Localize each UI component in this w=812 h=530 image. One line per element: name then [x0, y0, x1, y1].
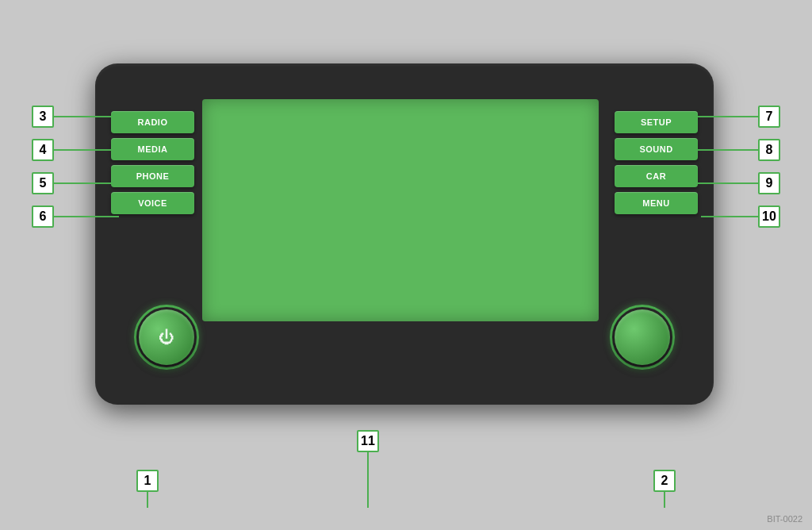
callout-line-2	[664, 492, 665, 508]
callout-box-4: 4	[32, 139, 54, 161]
callout-11: 11	[357, 430, 379, 508]
callout-10: 10	[701, 205, 780, 228]
radio-button[interactable]: RADIO	[111, 111, 194, 133]
callout-box-6: 6	[32, 205, 54, 228]
callout-1: 1	[136, 470, 159, 508]
callout-box-11: 11	[357, 430, 379, 452]
sound-button[interactable]: SOUND	[615, 138, 698, 160]
callout-box-2: 2	[653, 470, 676, 492]
callout-line-3	[54, 116, 119, 117]
callout-line-6	[54, 216, 119, 217]
callout-box-7: 7	[758, 106, 780, 128]
callout-line-9	[693, 182, 758, 184]
left-button-panel: RADIO MEDIA PHONE VOICE	[111, 111, 194, 214]
callout-line-4	[54, 149, 119, 151]
callout-5: 5	[32, 172, 119, 194]
callout-box-8: 8	[758, 139, 780, 161]
callout-box-5: 5	[32, 172, 54, 194]
nav-knob[interactable]	[615, 309, 670, 365]
callout-box-9: 9	[758, 172, 780, 194]
menu-button[interactable]: MENU	[615, 192, 698, 214]
voice-button[interactable]: VOICE	[111, 192, 194, 214]
media-button[interactable]: MEDIA	[111, 138, 194, 160]
callout-line-10	[701, 216, 758, 217]
callout-line-1	[147, 492, 148, 508]
right-button-panel: SETUP SOUND CAR MENU	[615, 111, 698, 214]
callout-line-5	[54, 182, 119, 184]
callout-line-7	[693, 116, 758, 117]
callout-2: 2	[653, 470, 676, 508]
callout-3: 3	[32, 106, 119, 128]
callout-box-10: 10	[758, 205, 780, 228]
car-button[interactable]: CAR	[615, 165, 698, 187]
callout-box-1: 1	[136, 470, 159, 492]
watermark: BIT-0022	[767, 514, 802, 524]
screen[interactable]	[202, 99, 599, 321]
callout-6: 6	[32, 205, 119, 228]
callout-4: 4	[32, 139, 119, 161]
callout-line-8	[693, 149, 758, 151]
setup-button[interactable]: SETUP	[615, 111, 698, 133]
phone-button[interactable]: PHONE	[111, 165, 194, 187]
diagram-container: RADIO MEDIA PHONE VOICE SETUP SOUND CAR …	[0, 0, 812, 530]
head-unit: RADIO MEDIA PHONE VOICE SETUP SOUND CAR …	[95, 63, 714, 405]
callout-9: 9	[693, 172, 780, 194]
callout-7: 7	[693, 106, 780, 128]
callout-box-3: 3	[32, 106, 54, 128]
callout-8: 8	[693, 139, 780, 161]
callout-line-11	[367, 452, 369, 508]
power-knob[interactable]	[139, 309, 194, 365]
